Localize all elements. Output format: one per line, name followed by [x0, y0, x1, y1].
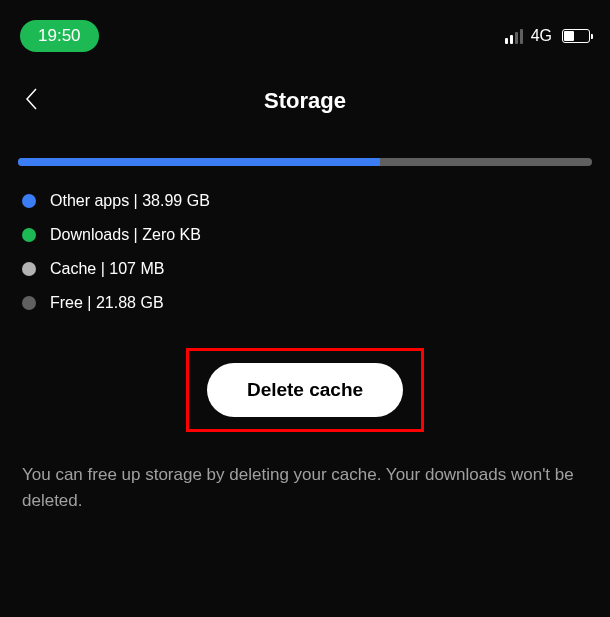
chevron-left-icon — [24, 87, 40, 111]
status-right: 4G — [505, 27, 590, 45]
button-wrapper: Delete cache — [0, 338, 610, 452]
legend-dot — [22, 296, 36, 310]
delete-cache-button[interactable]: Delete cache — [207, 363, 403, 417]
legend-dot — [22, 262, 36, 276]
legend-item-downloads: Downloads | Zero KB — [22, 226, 588, 244]
signal-icon — [505, 28, 523, 44]
progress-bar — [18, 158, 592, 166]
header: Storage — [0, 62, 610, 138]
storage-legend: Other apps | 38.99 GB Downloads | Zero K… — [0, 174, 610, 338]
legend-label: Cache | 107 MB — [50, 260, 164, 278]
legend-dot — [22, 194, 36, 208]
highlight-annotation: Delete cache — [186, 348, 424, 432]
network-label: 4G — [531, 27, 552, 45]
time-badge: 19:50 — [20, 20, 99, 52]
legend-item-free: Free | 21.88 GB — [22, 294, 588, 312]
storage-progress — [0, 138, 610, 174]
legend-item-cache: Cache | 107 MB — [22, 260, 588, 278]
page-title: Storage — [24, 88, 586, 114]
legend-dot — [22, 228, 36, 242]
progress-fill — [18, 158, 380, 166]
legend-label: Free | 21.88 GB — [50, 294, 164, 312]
status-bar: 19:50 4G — [0, 0, 610, 62]
battery-icon — [562, 29, 590, 43]
legend-label: Downloads | Zero KB — [50, 226, 201, 244]
legend-label: Other apps | 38.99 GB — [50, 192, 210, 210]
description-text: You can free up storage by deleting your… — [0, 452, 610, 523]
legend-item-other-apps: Other apps | 38.99 GB — [22, 192, 588, 210]
back-button[interactable] — [24, 87, 40, 115]
